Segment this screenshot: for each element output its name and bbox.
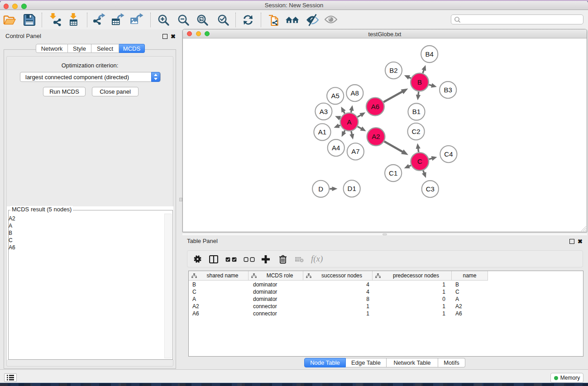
svg-text:A4: A4 (332, 144, 340, 152)
svg-text:A5: A5 (331, 92, 339, 100)
svg-text:A6: A6 (371, 103, 379, 110)
svg-text:C4: C4 (444, 150, 453, 158)
svg-text:C1: C1 (389, 169, 397, 177)
svg-text:B2: B2 (389, 67, 397, 74)
svg-text:A7: A7 (351, 148, 359, 155)
svg-text:C3: C3 (426, 185, 435, 193)
svg-text:A: A (347, 118, 351, 126)
svg-text:B: B (417, 78, 422, 86)
svg-text:A8: A8 (351, 89, 359, 97)
svg-text:C2: C2 (412, 128, 421, 135)
svg-text:B3: B3 (444, 86, 452, 94)
svg-text:D1: D1 (348, 185, 356, 192)
svg-text:B1: B1 (412, 108, 421, 115)
svg-text:A3: A3 (320, 108, 328, 115)
svg-text:C: C (417, 157, 422, 165)
svg-text:A2: A2 (372, 133, 380, 140)
svg-text:B4: B4 (425, 50, 434, 58)
svg-text:A1: A1 (318, 128, 326, 136)
svg-text:D: D (318, 185, 323, 193)
